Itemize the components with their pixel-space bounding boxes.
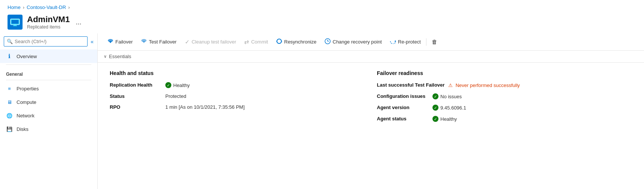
search-icon: 🔍	[7, 39, 13, 44]
sidebar: 🔍 « ℹ Overview General ≡ Properties 🖥 Co…	[0, 33, 98, 189]
essentials-label: Essentials	[109, 54, 131, 59]
sidebar-item-compute[interactable]: 🖥 Compute	[0, 95, 97, 109]
search-wrap: 🔍 «	[0, 33, 97, 50]
content-area: Failover Test Failover ✓ Cleanup test fa…	[98, 33, 644, 189]
svg-rect-3	[13, 26, 17, 26]
status-row: Status Protected	[110, 93, 365, 99]
last-test-failover-label: Last successful Test Failover	[377, 82, 444, 88]
agent-version-value: ✓ 9.45.6096.1	[432, 105, 466, 111]
change-recovery-icon	[325, 38, 331, 45]
agent-version-check-icon: ✓	[432, 105, 438, 111]
search-input[interactable]	[4, 36, 88, 46]
compute-icon: 🖥	[6, 99, 13, 105]
svg-rect-1	[11, 20, 18, 24]
sidebar-item-network[interactable]: 🌐 Network	[0, 109, 97, 122]
sidebar-general-divider	[6, 80, 91, 80]
replication-health-value: ✓ Healthy	[165, 82, 190, 88]
breadcrumb-sep2: ›	[68, 4, 70, 10]
failover-button[interactable]: Failover	[104, 36, 136, 47]
collapse-button[interactable]: «	[91, 39, 94, 45]
breadcrumb: Home › Contoso-Vault-DR ›	[0, 0, 644, 12]
failover-readiness-title: Failover readiness	[377, 70, 632, 76]
agent-status-check-icon: ✓	[432, 116, 438, 122]
network-icon: 🌐	[6, 112, 13, 119]
essentials-chevron: ∨	[104, 54, 107, 59]
cleanup-label: Cleanup test failover	[192, 39, 236, 45]
failover-icon	[107, 38, 113, 45]
details-grid: Health and status Replication Health ✓ H…	[98, 63, 644, 189]
resynchronize-icon	[276, 39, 282, 45]
breadcrumb-home[interactable]: Home	[8, 4, 21, 10]
health-check-icon: ✓	[165, 82, 171, 88]
cleanup-test-failover-button[interactable]: ✓ Cleanup test failover	[181, 37, 240, 47]
main-layout: 🔍 « ℹ Overview General ≡ Properties 🖥 Co…	[0, 33, 644, 189]
last-test-failover-value: ⚠ Never performed successfully	[447, 82, 520, 88]
sidebar-overview-label: Overview	[17, 54, 37, 59]
failover-label: Failover	[115, 39, 133, 45]
sidebar-item-disks[interactable]: 💾 Disks	[0, 122, 97, 136]
svg-rect-2	[14, 25, 17, 26]
change-recovery-point-label: Change recovery point	[333, 39, 382, 45]
rpo-row: RPO 1 min [As on 10/1/2021, 7:35:56 PM]	[110, 104, 365, 110]
resynchronize-button[interactable]: Resynchronize	[272, 37, 320, 47]
failover-readiness-section: Failover readiness Last successful Test …	[371, 70, 638, 182]
svg-marker-11	[395, 40, 396, 42]
cleanup-icon: ✓	[185, 39, 190, 45]
commit-label: Commit	[251, 39, 268, 45]
rpo-value: 1 min [As on 10/1/2021, 7:35:56 PM]	[165, 104, 245, 110]
sidebar-item-properties[interactable]: ≡ Properties	[0, 82, 97, 95]
more-options-button[interactable]: ...	[76, 18, 82, 26]
delete-button[interactable]: 🗑	[428, 37, 441, 47]
page-subtitle: Replicated items	[27, 24, 70, 30]
change-recovery-point-button[interactable]: Change recovery point	[321, 36, 385, 47]
agent-status-value: ✓ Healthy	[432, 116, 457, 122]
config-issues-row: Configuration issues ✓ No issues	[377, 93, 632, 99]
breadcrumb-sep1: ›	[23, 4, 24, 10]
commit-button[interactable]: ⇄ Commit	[240, 37, 272, 47]
agent-version-label: Agent version	[377, 105, 429, 110]
sidebar-network-label: Network	[17, 113, 35, 118]
config-issues-value: ✓ No issues	[432, 93, 462, 99]
sidebar-item-overview[interactable]: ℹ Overview	[0, 50, 97, 63]
sidebar-compute-label: Compute	[17, 99, 36, 105]
disks-icon: 💾	[6, 126, 13, 132]
warn-icon: ⚠	[447, 82, 454, 88]
properties-icon: ≡	[6, 85, 13, 92]
toolbar: Failover Test Failover ✓ Cleanup test fa…	[98, 33, 644, 51]
test-failover-label: Test Failover	[149, 39, 177, 45]
info-icon: ℹ	[6, 53, 13, 60]
page-header: AdminVM1 Replicated items ...	[0, 12, 644, 33]
last-test-failover-row: Last successful Test Failover ⚠ Never pe…	[377, 82, 632, 88]
sidebar-divider	[6, 64, 91, 65]
health-section: Health and status Replication Health ✓ H…	[104, 70, 371, 182]
test-failover-button[interactable]: Test Failover	[137, 36, 180, 47]
commit-icon: ⇄	[244, 39, 249, 45]
delete-icon: 🗑	[432, 39, 437, 45]
breadcrumb-vault[interactable]: Contoso-Vault-DR	[27, 4, 66, 10]
sidebar-general-section: General	[0, 66, 97, 78]
agent-status-row: Agent status ✓ Healthy	[377, 116, 632, 122]
toolbar-divider	[426, 38, 426, 46]
config-issues-label: Configuration issues	[377, 93, 429, 99]
essentials-bar[interactable]: ∨ Essentials	[98, 51, 644, 63]
replication-health-label: Replication Health	[110, 82, 162, 88]
vm-icon	[8, 15, 23, 30]
sidebar-disks-label: Disks	[17, 126, 29, 132]
re-protect-label: Re-protect	[398, 39, 421, 45]
status-value: Protected	[165, 93, 186, 99]
agent-version-row: Agent version ✓ 9.45.6096.1	[377, 105, 632, 111]
status-label: Status	[110, 93, 162, 99]
test-failover-icon	[141, 38, 147, 45]
re-protect-icon	[390, 39, 396, 45]
page-title: AdminVM1	[27, 15, 70, 24]
resynchronize-label: Resynchronize	[284, 39, 316, 45]
replication-health-row: Replication Health ✓ Healthy	[110, 82, 365, 88]
sidebar-properties-label: Properties	[17, 86, 39, 92]
agent-status-label: Agent status	[377, 116, 429, 122]
header-text: AdminVM1 Replicated items	[27, 15, 70, 30]
health-section-title: Health and status	[110, 70, 365, 76]
test-failover-link[interactable]: Never performed successfully	[455, 82, 520, 88]
rpo-label: RPO	[110, 104, 162, 110]
re-protect-button[interactable]: Re-protect	[386, 37, 425, 47]
config-check-icon: ✓	[432, 93, 438, 99]
